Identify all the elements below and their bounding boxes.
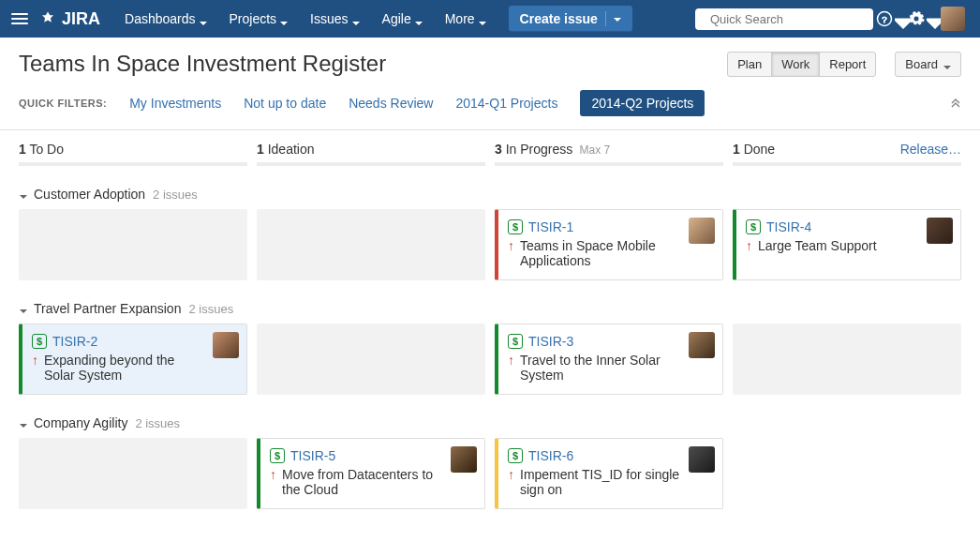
column-count: 3 xyxy=(495,142,502,157)
swimlane-row: $TISIR-2↑Expanding beyond the Solar Syst… xyxy=(19,324,961,395)
swimlane-header[interactable]: Company Agility2 issues xyxy=(19,415,961,430)
app-switcher-icon[interactable] xyxy=(11,0,30,38)
swimlane-0: Customer Adoption2 issues$TISIR-1↑Teams … xyxy=(19,187,961,280)
priority-icon: ↑ xyxy=(508,467,514,482)
swimlane-1: Travel Partner Expansion2 issues$TISIR-2… xyxy=(19,301,961,395)
nav-item-more[interactable]: More xyxy=(434,0,497,38)
priority-icon: ↑ xyxy=(270,467,276,482)
column-name: Ideation xyxy=(268,142,315,157)
create-issue-dropdown[interactable] xyxy=(605,11,621,26)
assignee-avatar[interactable] xyxy=(689,218,715,244)
collapse-all-icon[interactable] xyxy=(950,97,961,111)
view-work-button[interactable]: Work xyxy=(771,52,820,77)
nav-item-dashboards[interactable]: Dashboards xyxy=(113,0,218,38)
chevron-down-icon xyxy=(200,15,207,23)
quick-filters: QUICK FILTERS: My InvestmentsNot up to d… xyxy=(19,90,961,116)
board-cell: $TISIR-3↑Travel to the Inner Solar Syste… xyxy=(495,324,723,395)
board-cell xyxy=(257,209,485,280)
jira-logo-icon xyxy=(39,10,56,27)
issue-key[interactable]: TISIR-6 xyxy=(528,448,573,463)
issue-summary: Teams in Space Mobile Applications xyxy=(520,238,681,268)
issue-card-TISIR-1[interactable]: $TISIR-1↑Teams in Space Mobile Applicati… xyxy=(495,209,723,280)
issue-key[interactable]: TISIR-4 xyxy=(766,219,811,234)
nav-item-label: More xyxy=(445,11,475,26)
priority-icon: ↑ xyxy=(746,238,752,253)
quick-filter-4[interactable]: 2014-Q2 Projects xyxy=(580,90,705,116)
issue-card-TISIR-3[interactable]: $TISIR-3↑Travel to the Inner Solar Syste… xyxy=(495,324,723,395)
jira-logo[interactable]: JIRA xyxy=(39,9,100,29)
chevron-down-icon xyxy=(479,15,486,23)
issue-key[interactable]: TISIR-5 xyxy=(290,448,335,463)
issue-key[interactable]: TISIR-1 xyxy=(528,219,573,234)
chevron-down-icon xyxy=(19,304,28,313)
swimlane-header[interactable]: Customer Adoption2 issues xyxy=(19,187,961,202)
swimlane-row: $TISIR-1↑Teams in Space Mobile Applicati… xyxy=(19,209,961,280)
assignee-avatar[interactable] xyxy=(689,446,715,473)
board-cell xyxy=(19,438,247,509)
issue-type-icon: $ xyxy=(746,219,761,234)
assignee-avatar[interactable] xyxy=(451,446,477,473)
issue-type-icon: $ xyxy=(32,334,47,349)
assignee-avatar[interactable] xyxy=(689,332,715,358)
user-avatar[interactable] xyxy=(937,0,969,38)
column-header-to-do: 1 To Do xyxy=(19,142,247,166)
issue-type-icon: $ xyxy=(508,219,523,234)
empty-cell[interactable] xyxy=(19,438,247,509)
view-report-button[interactable]: Report xyxy=(819,52,876,77)
issue-card-TISIR-4[interactable]: $TISIR-4↑Large Team Support xyxy=(733,209,961,280)
settings-icon[interactable] xyxy=(905,0,937,38)
quick-filter-2[interactable]: Needs Review xyxy=(349,96,433,111)
assignee-avatar[interactable] xyxy=(927,218,953,244)
chevron-down-icon xyxy=(19,418,28,428)
board-cell xyxy=(19,209,247,280)
nav-item-agile[interactable]: Agile xyxy=(371,0,434,38)
column-header-in-progress: 3 In Progress Max 7 xyxy=(495,142,723,166)
release-link[interactable]: Release… xyxy=(900,142,961,157)
nav-item-label: Projects xyxy=(230,11,277,26)
board-menu-button[interactable]: Board xyxy=(895,52,961,77)
empty-cell[interactable] xyxy=(257,209,485,280)
issue-summary: Impement TIS_ID for single sign on xyxy=(520,467,681,497)
board-cell: $TISIR-1↑Teams in Space Mobile Applicati… xyxy=(495,209,723,280)
issue-card-TISIR-5[interactable]: $TISIR-5↑Move from Datacenters to the Cl… xyxy=(257,438,485,509)
view-plan-button[interactable]: Plan xyxy=(727,52,772,77)
swimlane-header[interactable]: Travel Partner Expansion2 issues xyxy=(19,301,961,316)
column-name: Done xyxy=(744,142,775,157)
chevron-down-icon xyxy=(280,15,288,23)
empty-cell[interactable] xyxy=(733,324,961,395)
board-cell xyxy=(257,324,485,395)
issue-summary: Large Team Support xyxy=(758,238,877,253)
issue-card-TISIR-6[interactable]: $TISIR-6↑Impement TIS_ID for single sign… xyxy=(495,438,723,509)
empty-cell[interactable] xyxy=(257,324,485,395)
priority-icon: ↑ xyxy=(508,353,514,368)
issue-card-TISIR-2[interactable]: $TISIR-2↑Expanding beyond the Solar Syst… xyxy=(19,324,247,395)
svg-text:?: ? xyxy=(882,14,887,24)
page-header: Teams In Space Investment Register PlanW… xyxy=(19,51,961,77)
column-name: To Do xyxy=(29,142,64,157)
create-issue-button[interactable]: Create issue xyxy=(509,6,632,32)
create-issue-label: Create issue xyxy=(520,11,598,26)
nav-item-label: Agile xyxy=(382,11,411,26)
help-icon[interactable]: ? xyxy=(873,0,905,38)
page-title: Teams In Space Investment Register xyxy=(19,51,718,77)
board-cell: $TISIR-6↑Impement TIS_ID for single sign… xyxy=(495,438,723,509)
nav-item-issues[interactable]: Issues xyxy=(299,0,370,38)
issue-key[interactable]: TISIR-3 xyxy=(528,334,573,349)
board: 1 To Do1 Ideation3 In Progress Max 71 Do… xyxy=(0,130,980,509)
nav-item-projects[interactable]: Projects xyxy=(218,0,300,38)
quick-search-input[interactable] xyxy=(708,11,869,27)
quick-filter-3[interactable]: 2014-Q1 Projects xyxy=(455,96,557,111)
empty-cell[interactable] xyxy=(19,209,247,280)
column-headers: 1 To Do1 Ideation3 In Progress Max 71 Do… xyxy=(19,142,961,166)
board-cell: $TISIR-2↑Expanding beyond the Solar Syst… xyxy=(19,324,247,395)
column-header-ideation: 1 Ideation xyxy=(257,142,485,166)
column-count: 1 xyxy=(19,142,26,157)
quick-filter-1[interactable]: Not up to date xyxy=(244,96,326,111)
quick-search[interactable] xyxy=(695,8,873,30)
issue-summary: Move from Datacenters to the Cloud xyxy=(282,467,443,497)
issue-key[interactable]: TISIR-2 xyxy=(52,334,97,349)
assignee-avatar[interactable] xyxy=(213,332,239,358)
quick-filter-0[interactable]: My Investments xyxy=(129,96,221,111)
column-count: 1 xyxy=(733,142,740,157)
chevron-down-icon xyxy=(415,15,423,23)
